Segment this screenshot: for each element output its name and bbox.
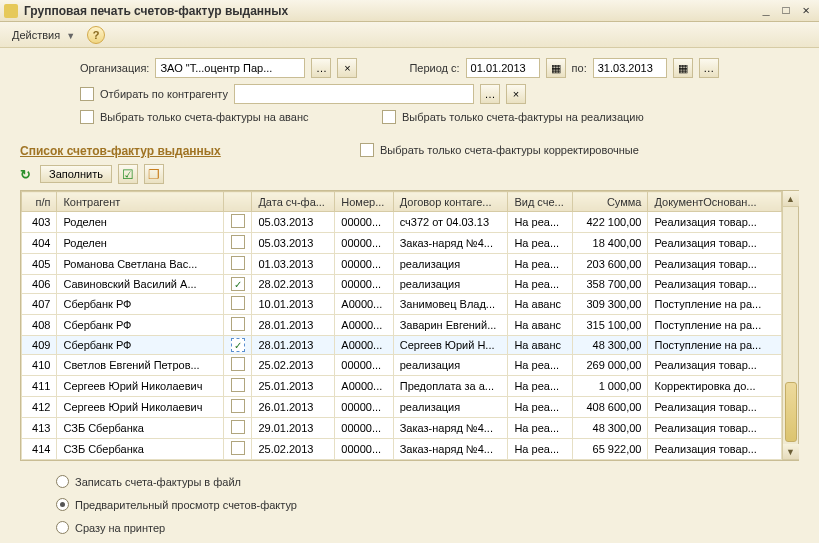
cell-type: На реа... (508, 418, 573, 439)
table-row[interactable]: 404Роделен05.03.201300000...Заказ-наряд … (22, 233, 782, 254)
only-correct-checkbox[interactable] (360, 143, 374, 157)
cell-check[interactable] (224, 376, 252, 397)
only-advance-checkbox[interactable] (80, 110, 94, 124)
cell-date: 28.02.2013 (252, 275, 335, 294)
row-checkbox[interactable] (231, 357, 245, 371)
table-row[interactable]: 413СЗБ Сбербанка29.01.201300000...Заказ-… (22, 418, 782, 439)
cell-check[interactable] (224, 355, 252, 376)
table-row[interactable]: 409Сбербанк РФ✓28.01.2013А0000...Сергеев… (22, 336, 782, 355)
contractor-clear-button[interactable]: × (506, 84, 526, 104)
row-checkbox[interactable] (231, 256, 245, 270)
table-row[interactable]: 412Сергеев Юрий Николаевич26.01.20130000… (22, 397, 782, 418)
table-row[interactable]: 411Сергеев Юрий Николаевич25.01.2013А000… (22, 376, 782, 397)
cell-number: А0000... (335, 336, 393, 355)
cell-sum: 269 000,00 (573, 355, 648, 376)
table-row[interactable]: 406Савиновский Василий А...✓28.02.201300… (22, 275, 782, 294)
filter-contractor-checkbox[interactable] (80, 87, 94, 101)
org-clear-button[interactable]: × (337, 58, 357, 78)
col-sum[interactable]: Сумма (573, 192, 648, 212)
cell-date: 26.01.2013 (252, 397, 335, 418)
minimize-button[interactable]: _ (757, 3, 775, 19)
period-from-calendar[interactable]: ▦ (546, 58, 566, 78)
cell-check[interactable] (224, 212, 252, 233)
col-date[interactable]: Дата сч-фа... (252, 192, 335, 212)
period-from-input[interactable] (466, 58, 540, 78)
cell-check[interactable] (224, 397, 252, 418)
row-checkbox[interactable]: ✓ (231, 338, 245, 352)
scroll-up-button[interactable]: ▲ (783, 191, 799, 207)
cell-number: 00000... (335, 397, 393, 418)
cell-np: 411 (22, 376, 57, 397)
contractor-select-button[interactable]: … (480, 84, 500, 104)
cell-check[interactable] (224, 233, 252, 254)
only-realize-checkbox[interactable] (382, 110, 396, 124)
cell-contract: реализация (393, 355, 508, 376)
actions-menu[interactable]: Действия ▼ (4, 27, 83, 43)
invoice-table[interactable]: п/п Контрагент Дата сч-фа... Номер... До… (21, 191, 782, 460)
uncheck-all-button[interactable]: ❐ (144, 164, 164, 184)
table-row[interactable]: 414СЗБ Сбербанка25.02.201300000...Заказ-… (22, 439, 782, 460)
radio-preview[interactable] (56, 498, 69, 511)
cell-check[interactable] (224, 315, 252, 336)
maximize-button[interactable]: □ (777, 3, 795, 19)
cell-check[interactable] (224, 439, 252, 460)
table-row[interactable]: 408Сбербанк РФ28.01.2013А0000...Заварин … (22, 315, 782, 336)
row-checkbox[interactable] (231, 399, 245, 413)
fill-button[interactable]: Заполнить (40, 165, 112, 183)
cell-kontragent: СЗБ Сбербанка (57, 418, 224, 439)
cell-document: Поступление на ра... (648, 336, 782, 355)
contractor-input[interactable] (234, 84, 474, 104)
cell-np: 409 (22, 336, 57, 355)
row-checkbox[interactable] (231, 296, 245, 310)
col-kontragent[interactable]: Контрагент (57, 192, 224, 212)
radio-printer[interactable] (56, 521, 69, 534)
cell-type: На реа... (508, 233, 573, 254)
row-checkbox[interactable] (231, 441, 245, 455)
period-extra-button[interactable]: … (699, 58, 719, 78)
row-checkbox[interactable] (231, 420, 245, 434)
cell-contract: реализация (393, 254, 508, 275)
col-np[interactable]: п/п (22, 192, 57, 212)
scroll-track[interactable] (785, 207, 797, 444)
table-row[interactable]: 403Роделен05.03.201300000...сч372 от 04.… (22, 212, 782, 233)
radio-to-file[interactable] (56, 475, 69, 488)
col-type[interactable]: Вид сче... (508, 192, 573, 212)
scroll-thumb[interactable] (785, 382, 797, 442)
table-row[interactable]: 407Сбербанк РФ10.01.2013А0000...Занимове… (22, 294, 782, 315)
row-checkbox[interactable] (231, 378, 245, 392)
cell-check[interactable] (224, 418, 252, 439)
org-select-button[interactable]: … (311, 58, 331, 78)
scroll-down-button[interactable]: ▼ (783, 444, 799, 460)
col-number[interactable]: Номер... (335, 192, 393, 212)
cell-type: На реа... (508, 376, 573, 397)
calendar-icon: ▦ (551, 62, 561, 75)
cell-np: 413 (22, 418, 57, 439)
cell-type: На реа... (508, 254, 573, 275)
row-checkbox[interactable] (231, 235, 245, 249)
table-row[interactable]: 405Романова Светлана Вас...01.03.2013000… (22, 254, 782, 275)
row-checkbox[interactable] (231, 317, 245, 331)
table-row[interactable]: 410Светлов Евгений Петров...25.02.201300… (22, 355, 782, 376)
cell-check[interactable]: ✓ (224, 336, 252, 355)
close-button[interactable]: ✕ (797, 3, 815, 19)
cell-kontragent: Роделен (57, 233, 224, 254)
cell-check[interactable] (224, 254, 252, 275)
row-checkbox[interactable]: ✓ (231, 277, 245, 291)
cell-document: Корректировка до... (648, 376, 782, 397)
cell-check[interactable] (224, 294, 252, 315)
col-contract[interactable]: Договор контаге... (393, 192, 508, 212)
col-document[interactable]: ДокументОснован... (648, 192, 782, 212)
cell-kontragent: Сбербанк РФ (57, 336, 224, 355)
vertical-scrollbar[interactable]: ▲ ▼ (782, 191, 798, 460)
help-button[interactable]: ? (87, 26, 105, 44)
check-all-button[interactable]: ☑ (118, 164, 138, 184)
period-to-calendar[interactable]: ▦ (673, 58, 693, 78)
col-check[interactable] (224, 192, 252, 212)
cell-date: 25.02.2013 (252, 439, 335, 460)
org-input[interactable] (155, 58, 305, 78)
cell-kontragent: Романова Светлана Вас... (57, 254, 224, 275)
cell-sum: 18 400,00 (573, 233, 648, 254)
cell-check[interactable]: ✓ (224, 275, 252, 294)
row-checkbox[interactable] (231, 214, 245, 228)
period-to-input[interactable] (593, 58, 667, 78)
